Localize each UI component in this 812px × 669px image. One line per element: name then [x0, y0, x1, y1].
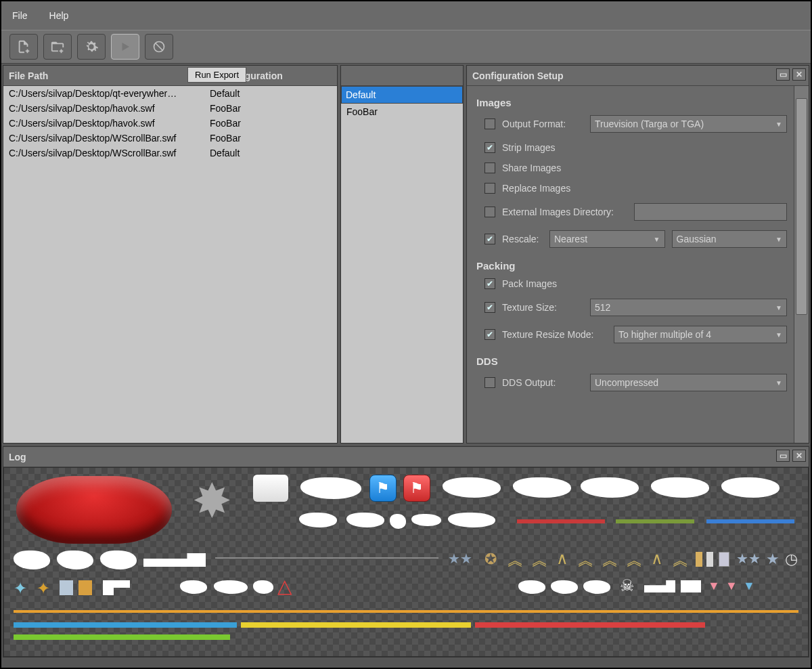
sprite-vehicle [14, 551, 50, 569]
panel-detach-icon[interactable]: ▭ [776, 68, 790, 81]
add-folder-button[interactable] [43, 34, 72, 60]
sprite-rank-chevron: ︽ [578, 549, 594, 571]
sel-output-format[interactable]: Truevision (Targa or TGA)▼ [590, 115, 787, 133]
run-export-tooltip[interactable]: Run Export [187, 67, 246, 83]
sprite-item [518, 580, 545, 594]
panel-detach-icon[interactable]: ▭ [776, 450, 790, 462]
sprite-rank-bars [696, 552, 702, 567]
sprite-triangle-pink: ▼ [708, 579, 720, 593]
sprite-stars: ★★ [736, 551, 761, 567]
config-list[interactable]: Default FooBar [341, 86, 463, 120]
sprite-item [551, 580, 578, 594]
sprite-flag-red: ⚑ [403, 475, 430, 502]
sprite-rank-chevron: ︽ [602, 549, 618, 571]
sprite-item [583, 580, 610, 594]
sprite-skull-icon: ☠ [620, 576, 635, 595]
chk-share-images[interactable] [484, 163, 495, 173]
scrollbar-thumb[interactable] [796, 98, 807, 315]
sel-texture-resize[interactable]: To higher multiple of 4▼ [614, 326, 787, 343]
chk-pack-images[interactable] [484, 278, 495, 289]
log-header: Log ▭ ✕ [3, 447, 809, 467]
settings-button[interactable] [77, 34, 106, 60]
sprite-pistol [103, 580, 130, 595]
chk-rescale[interactable] [484, 234, 495, 244]
sprite-medal: ✦ [37, 579, 50, 598]
sprite-rank-chevron: ︽ [627, 549, 643, 571]
sprite-lips [16, 476, 172, 544]
config-item-default[interactable]: Default [341, 86, 463, 104]
menubar: File Help [1, 1, 811, 30]
sprite-weapon [721, 477, 780, 498]
config-scrollbar[interactable] [794, 86, 809, 443]
table-row[interactable]: C:/Users/silvap/Desktop/WScrollBar.swfFo… [3, 131, 337, 146]
config-setup-header: Configuration Setup ▭ ✕ [467, 66, 809, 86]
sprite-rank-bars [719, 552, 729, 567]
panel-close-icon[interactable]: ✕ [792, 450, 806, 462]
menu-file[interactable]: File [7, 7, 33, 24]
menu-help[interactable]: Help [44, 7, 74, 24]
lbl-output-format: Output Format: [502, 118, 583, 129]
sprite-bar-green-long [14, 634, 230, 640]
sel-dds-output[interactable]: Uncompressed▼ [590, 374, 787, 391]
sprite-item [180, 580, 207, 594]
table-row[interactable]: C:/Users/silvap/Desktop/qt-everywher…Def… [3, 86, 337, 101]
sprite-rank-chevron: ∧ [556, 549, 568, 568]
sel-texture-size[interactable]: 512▼ [590, 299, 787, 316]
sel-rescale-a[interactable]: Nearest▼ [549, 230, 665, 248]
sel-rescale-b[interactable]: Gaussian▼ [672, 230, 788, 248]
sprite-item [448, 513, 495, 527]
sprite-divider [215, 557, 438, 559]
lbl-pack-images: Pack Images [502, 278, 583, 289]
table-row[interactable]: C:/Users/silvap/Desktop/havok.swfFooBar [3, 101, 337, 116]
chk-texture-size[interactable] [484, 302, 495, 313]
texture-atlas-preview: ✸ ⚑ ⚑ ★★ ✪ ︽ ︽ ∧ ︽ ︽ ︽ ∧ ︽ [3, 467, 809, 657]
config-form: Images Output Format: Truevision (Targa … [467, 86, 794, 443]
sprite-clock-icon: ◷ [785, 551, 798, 568]
config-list-header [341, 66, 463, 86]
chk-dds-output[interactable] [484, 377, 495, 388]
chk-output-format[interactable] [484, 118, 495, 129]
sprite-shirt [253, 475, 288, 502]
sprite-rank-bars [60, 580, 73, 595]
chk-texture-resize[interactable] [484, 329, 495, 340]
sprite-item [253, 580, 273, 594]
sprite-rank-chevron: ︽ [508, 549, 524, 571]
inp-ext-dir[interactable] [634, 203, 787, 221]
table-row[interactable]: C:/Users/silvap/Desktop/havok.swfFooBar [3, 116, 337, 131]
sprite-weapon [443, 477, 501, 498]
config-setup-panel: Configuration Setup ▭ ✕ Images Output Fo… [466, 65, 809, 444]
group-images: Images [476, 97, 787, 108]
panel-close-icon[interactable]: ✕ [792, 68, 806, 81]
sprite-warning-icon: △ [277, 575, 292, 597]
table-row[interactable]: C:/Users/silvap/Desktop/WScrollBar.swfDe… [3, 146, 337, 160]
chk-replace-images[interactable] [484, 183, 495, 194]
sprite-bar-yellow-long [241, 622, 471, 628]
config-item-foobar[interactable]: FooBar [341, 104, 463, 120]
sprite-bar-green [616, 519, 694, 523]
sprite-item [346, 513, 384, 527]
add-file-button[interactable] [9, 34, 38, 60]
sprite-burst: ✸ [192, 473, 232, 529]
file-list-header: File Path Run Export Configuration [3, 66, 337, 86]
log-panel: Log ▭ ✕ ✸ ⚑ ⚑ ★★ ✪ [3, 446, 809, 657]
lbl-rescale: Rescale: [502, 234, 543, 244]
sprite-weapon [651, 477, 709, 498]
sprite-bar-red [517, 519, 605, 523]
sprite-rank-chevron: ︽ [532, 549, 548, 571]
chk-strip-images[interactable] [484, 142, 495, 153]
log-title: Log [9, 452, 26, 462]
col-file-path[interactable]: File Path [3, 70, 215, 81]
sprite-rank-chevron: ∧ [651, 549, 663, 568]
cancel-button[interactable] [145, 34, 173, 60]
sprite-stars: ★★ [448, 551, 472, 567]
sprite-pistol [681, 580, 701, 592]
sprite-item [214, 580, 248, 594]
sprite-weapon [513, 477, 571, 498]
group-packing: Packing [476, 260, 787, 272]
file-table-body[interactable]: C:/Users/silvap/Desktop/qt-everywher…Def… [3, 86, 337, 443]
group-dds: DDS [476, 355, 787, 367]
lbl-ext-dir: External Images Directory: [502, 207, 627, 217]
chk-ext-dir[interactable] [484, 207, 495, 217]
run-button[interactable] [111, 34, 139, 60]
lbl-dds-output: DDS Output: [502, 377, 583, 388]
